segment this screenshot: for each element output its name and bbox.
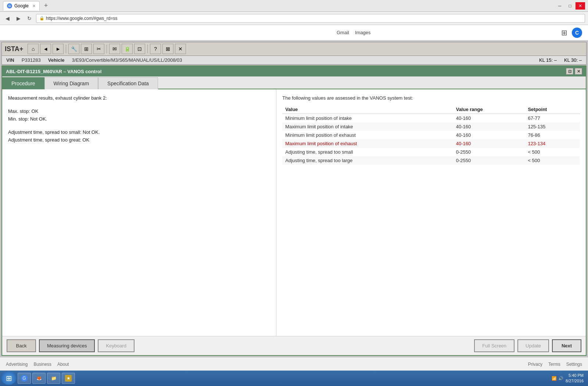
measuring-devices-button[interactable]: Measuring devices <box>39 339 95 352</box>
footer-links-right: Privacy Terms Settings <box>528 362 582 367</box>
taskbar-firefox[interactable]: 🦊 <box>32 373 46 384</box>
table-row: Adjusting time, spread too small0-2550< … <box>282 148 580 156</box>
vehicle-value: 3/E93/Convertible/M3/S65/MANUAL/US/LL/20… <box>72 57 182 63</box>
terms-link[interactable]: Terms <box>548 362 560 367</box>
dialog-body: Measurement results, exhaust cylinder ba… <box>2 89 586 336</box>
mail-tool-button[interactable]: ✉ <box>109 44 120 54</box>
vin-label: VIN <box>6 57 14 63</box>
browser-tab[interactable]: G Google ✕ <box>3 1 40 11</box>
toolbar-separator-2 <box>107 44 107 53</box>
min-stop-result: Min. stop: Not OK. <box>8 116 270 122</box>
update-button[interactable]: Update <box>517 339 549 352</box>
cell-setpoint: 125-135 <box>525 122 580 131</box>
full-screen-button[interactable]: Full Screen <box>474 339 514 352</box>
keyboard-button[interactable]: Keyboard <box>98 339 135 352</box>
dialog-titlebar: ABL-DIT-B1215_M60VAR – VANOS control ⊡ ✕ <box>2 66 586 76</box>
back-button[interactable]: Back <box>7 339 36 352</box>
col-header-value: Value <box>282 105 453 114</box>
grid-tool-button[interactable]: ⊞ <box>81 44 92 54</box>
close-tool-button[interactable]: ✕ <box>175 44 186 54</box>
toolbar-separator-1 <box>66 44 66 53</box>
explorer-icon: 📁 <box>50 375 57 382</box>
maximize-button[interactable]: □ <box>565 2 575 10</box>
kl15-label: KL 15: – <box>539 57 557 63</box>
kl-section: KL 15: – KL 30: – <box>539 57 582 63</box>
google-apps-button[interactable]: ⊞ <box>561 28 567 37</box>
dialog-window-controls: ⊡ ✕ <box>566 68 582 75</box>
address-bar[interactable]: 🔒 https://www.google.com/#gws_rd=ss <box>36 14 585 23</box>
vehicle-label: Vehicle <box>48 57 65 63</box>
kl30-label: KL 30: – <box>564 57 582 63</box>
tab-procedure[interactable]: Procedure <box>2 77 44 89</box>
google-avatar[interactable]: C <box>572 28 582 38</box>
url-text: https://www.google.com/#gws_rd=ss <box>46 16 117 21</box>
home-tool-button[interactable]: ⌂ <box>28 44 39 54</box>
cell-setpoint: 67-77 <box>525 114 580 123</box>
taskbar-ista[interactable]: ★ <box>62 373 75 384</box>
tab-wiring-diagram[interactable]: Wiring Diagram <box>44 77 98 89</box>
taskbar: ⊞ G 🦊 📁 ★ 📶 🔊 5:40 PM 8/27/2016 <box>0 371 588 386</box>
adj-small-result: Adjustment time, spread too small: Not O… <box>8 129 270 135</box>
battery-tool-button[interactable]: 🔋 <box>122 44 133 54</box>
privacy-link[interactable]: Privacy <box>528 362 542 367</box>
tab-specification-data[interactable]: Specification Data <box>98 77 158 89</box>
business-link[interactable]: Business <box>33 362 51 367</box>
back-nav-button[interactable]: ◀ <box>3 14 12 23</box>
cell-range: 0-2550 <box>453 156 525 165</box>
cell-range: 40-160 <box>453 122 525 131</box>
ista-application: ISTA+ ⌂ ◄ ► 🔧 ⊞ ✂ ✉ 🔋 ⊡ ? ⊠ ✕ VIN P33128… <box>0 40 588 357</box>
table-row: Minimum limit position of exhaust40-1607… <box>282 131 580 139</box>
volume-icon: 🔊 <box>558 376 563 381</box>
left-panel: Measurement results, exhaust cylinder ba… <box>2 89 276 336</box>
refresh-button[interactable]: ↻ <box>25 14 34 23</box>
ista-dialog: ABL-DIT-B1215_M60VAR – VANOS control ⊡ ✕… <box>1 65 587 356</box>
scissors-tool-button[interactable]: ✂ <box>93 44 104 54</box>
about-link[interactable]: About <box>57 362 69 367</box>
google-links: Gmail Images <box>6 30 371 35</box>
system-clock: 5:40 PM 8/27/2016 <box>566 373 584 384</box>
window-close-button[interactable]: ✕ <box>576 2 585 10</box>
back-tool-button[interactable]: ◄ <box>40 44 51 54</box>
table-row: Minimum limit position of intake40-16067… <box>282 114 580 123</box>
minimize-button[interactable]: ─ <box>555 2 564 10</box>
help-tool-button[interactable]: ? <box>150 44 161 54</box>
footer-links-left: Advertising Business About <box>6 362 69 367</box>
images-link[interactable]: Images <box>355 30 371 35</box>
firefox-icon: 🦊 <box>36 375 42 382</box>
measurement-heading: Measurement results, exhaust cylinder ba… <box>8 95 270 101</box>
start-button[interactable]: ⊞ <box>1 372 16 385</box>
ista-toolbar: ISTA+ ⌂ ◄ ► 🔧 ⊞ ✂ ✉ 🔋 ⊡ ? ⊠ ✕ <box>1 42 587 56</box>
clock-time: 5:40 PM <box>566 373 584 378</box>
forward-nav-button[interactable]: ▶ <box>14 14 23 23</box>
next-button[interactable]: Next <box>552 339 581 352</box>
modules-tool-button[interactable]: ⊠ <box>162 44 173 54</box>
settings-link[interactable]: Settings <box>566 362 582 367</box>
screen-tool-button[interactable]: ⊡ <box>134 44 145 54</box>
dialog-footer: Back Measuring devices Keyboard Full Scr… <box>2 336 586 355</box>
dialog-restore-button[interactable]: ⊡ <box>566 68 573 75</box>
cell-value: Maximum limit position of exhaust <box>282 139 453 148</box>
forward-tool-button[interactable]: ► <box>53 44 64 54</box>
browser-toolbar: ◀ ▶ ↻ 🔒 https://www.google.com/#gws_rd=s… <box>0 12 588 25</box>
taskbar-chrome[interactable]: G <box>18 373 31 384</box>
cell-setpoint: 76-86 <box>525 131 580 139</box>
advertising-link[interactable]: Advertising <box>6 362 28 367</box>
tab-favicon: G <box>7 3 12 8</box>
cell-value: Maximum limit position of intake <box>282 122 453 131</box>
col-header-setpoint: Setpoint <box>525 105 580 114</box>
network-icon: 📶 <box>552 376 557 381</box>
dialog-close-button[interactable]: ✕ <box>575 68 582 75</box>
gmail-link[interactable]: Gmail <box>337 30 349 35</box>
wrench-tool-button[interactable]: 🔧 <box>68 44 79 54</box>
tray-icons: 📶 🔊 <box>552 376 563 381</box>
dialog-tab-bar: Procedure Wiring Diagram Specification D… <box>2 76 586 89</box>
cell-range: 40-160 <box>453 131 525 139</box>
cell-setpoint: < 500 <box>525 148 580 156</box>
taskbar-explorer[interactable]: 📁 <box>47 373 60 384</box>
tab-close-button[interactable]: ✕ <box>32 4 36 8</box>
cell-value: Adjusting time, spread too small <box>282 148 453 156</box>
max-stop-result: Max. stop: OK <box>8 108 270 114</box>
new-tab-button[interactable]: + <box>42 2 50 10</box>
toolbar-separator-3 <box>147 44 148 53</box>
cell-value: Adjusting time, spread too large <box>282 156 453 165</box>
